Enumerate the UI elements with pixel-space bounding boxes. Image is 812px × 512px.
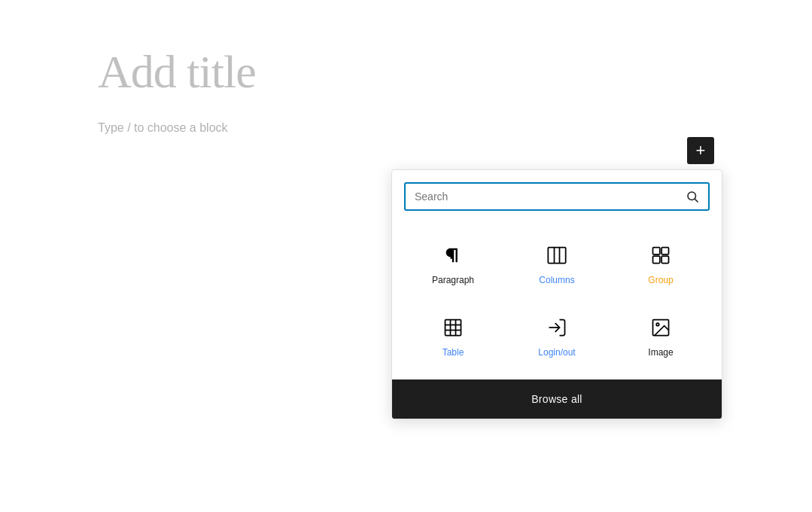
block-label-columns: Columns [539, 275, 574, 285]
block-item-image[interactable]: Image [612, 301, 710, 367]
svg-rect-6 [661, 248, 668, 254]
block-label-loginout: Login/out [538, 347, 575, 358]
block-item-table[interactable]: Table [404, 301, 502, 367]
table-icon [439, 314, 467, 341]
block-picker-popup: Paragraph Columns [391, 169, 722, 419]
block-label-paragraph: Paragraph [432, 275, 474, 285]
browse-all-button[interactable]: Browse all [392, 379, 722, 419]
block-label-group: Group [648, 275, 673, 285]
search-input[interactable] [415, 190, 686, 203]
add-block-button[interactable]: + [687, 137, 714, 164]
plus-icon: + [696, 142, 706, 159]
block-item-columns[interactable]: Columns [508, 229, 606, 295]
page-title[interactable]: Add title [98, 45, 714, 99]
search-input-wrapper [404, 182, 710, 211]
group-icon [647, 242, 674, 269]
svg-rect-9 [446, 320, 461, 336]
blocks-grid: Paragraph Columns [392, 217, 722, 373]
block-label-table: Table [442, 347, 464, 358]
svg-line-1 [695, 199, 698, 202]
svg-rect-2 [548, 248, 565, 264]
search-icon [686, 190, 699, 203]
paragraph-icon [439, 242, 467, 269]
columns-icon [543, 242, 570, 269]
editor-area: Add title Type / to choose a block + [0, 0, 812, 180]
svg-rect-8 [661, 256, 668, 263]
loginout-icon [543, 314, 570, 341]
svg-point-16 [656, 323, 659, 326]
image-icon [647, 314, 674, 341]
block-item-paragraph[interactable]: Paragraph [404, 229, 502, 295]
block-item-group[interactable]: Group [612, 229, 710, 295]
body-placeholder[interactable]: Type / to choose a block [98, 121, 714, 135]
search-section [392, 170, 722, 217]
svg-rect-5 [653, 248, 660, 254]
svg-point-0 [688, 192, 696, 200]
svg-rect-7 [653, 256, 660, 263]
block-item-loginout[interactable]: Login/out [508, 301, 606, 367]
block-label-image: Image [648, 347, 673, 358]
